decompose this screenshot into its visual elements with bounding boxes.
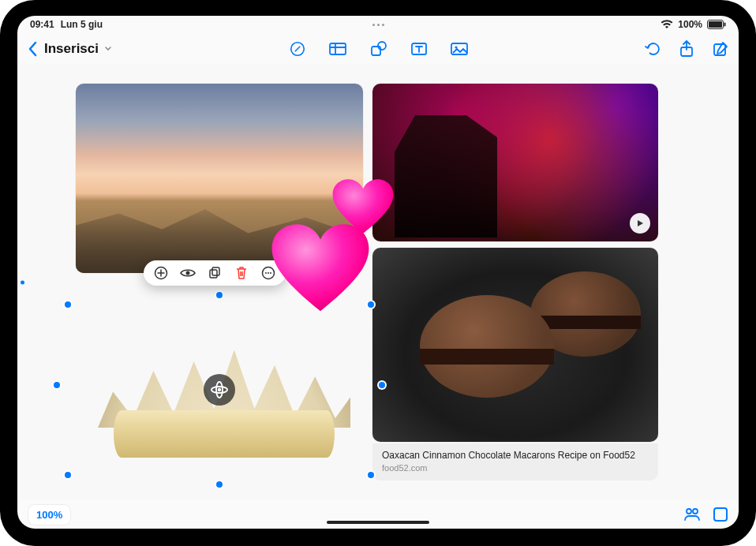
svg-point-25 (687, 509, 691, 514)
media-icon[interactable] (450, 40, 469, 58)
collaborators-icon[interactable] (683, 507, 701, 522)
svg-point-26 (693, 509, 698, 514)
status-date: Lun 5 giu (61, 19, 103, 30)
svg-point-22 (265, 272, 267, 274)
quicklook-icon[interactable] (180, 265, 196, 281)
link-preview-image[interactable] (372, 248, 658, 442)
svg-point-18 (186, 271, 190, 275)
table-icon[interactable] (328, 40, 347, 58)
chevron-left-icon (27, 41, 38, 57)
markup-pen-icon[interactable] (289, 40, 306, 58)
svg-point-8 (378, 42, 386, 50)
selection-handle[interactable] (368, 472, 374, 478)
home-indicator[interactable] (327, 521, 429, 524)
add-icon[interactable] (153, 265, 169, 281)
status-right: 100% (494, 19, 726, 30)
play-icon[interactable] (630, 213, 650, 234)
svg-point-23 (268, 272, 269, 274)
textbox-icon[interactable] (410, 40, 428, 58)
side-slider-dot[interactable] (21, 281, 24, 285)
link-card[interactable]: Oaxacan Cinnamon Chocolate Macarons Reci… (372, 443, 658, 481)
wifi-icon (661, 20, 673, 29)
selection-handle[interactable] (65, 472, 71, 478)
selection-handle[interactable] (379, 382, 385, 388)
link-title: Oaxacan Cinnamon Chocolate Macarons Reci… (382, 450, 649, 462)
multitasking-dots[interactable] (262, 24, 494, 26)
rotate-3d-icon[interactable] (204, 374, 235, 406)
svg-rect-2 (724, 23, 726, 27)
ipad-device-frame: 09:41 Lun 5 giu 100% (0, 0, 756, 546)
document-title[interactable]: Inserisci (44, 41, 99, 57)
status-time: 09:41 (30, 19, 54, 30)
toolbar: Inserisci (17, 33, 739, 65)
status-left: 09:41 Lun 5 giu (30, 19, 262, 30)
navigator-icon[interactable] (713, 507, 728, 522)
compose-icon[interactable] (712, 40, 729, 58)
status-bar: 09:41 Lun 5 giu 100% (17, 16, 739, 33)
selection-toolbar (144, 260, 286, 286)
bottom-bar: 100% (17, 500, 739, 529)
shapes-icon[interactable] (369, 40, 388, 58)
selection-handle[interactable] (216, 292, 223, 298)
svg-rect-20 (212, 267, 219, 275)
freeform-canvas[interactable]: Oaxacan Cinnamon Chocolate Macarons Reci… (17, 65, 739, 500)
battery-percent: 100% (678, 19, 702, 30)
svg-rect-1 (709, 21, 722, 28)
battery-icon (707, 20, 726, 29)
zoom-level[interactable]: 100% (28, 505, 70, 525)
title-menu-chevron-icon[interactable] (103, 42, 113, 56)
link-domain: food52.com (382, 463, 649, 473)
share-icon[interactable] (679, 39, 694, 58)
selection-handle[interactable] (54, 382, 60, 388)
video-party[interactable] (372, 84, 658, 241)
svg-rect-19 (210, 270, 217, 278)
svg-point-16 (218, 388, 221, 391)
undo-icon[interactable] (644, 41, 661, 57)
selection-handle[interactable] (216, 481, 223, 488)
duplicate-icon[interactable] (207, 265, 223, 281)
sticker-heart[interactable] (270, 223, 371, 337)
svg-rect-4 (330, 43, 346, 54)
trash-icon[interactable] (234, 265, 249, 281)
screen: 09:41 Lun 5 giu 100% (17, 16, 739, 529)
back-button[interactable] (27, 41, 38, 57)
